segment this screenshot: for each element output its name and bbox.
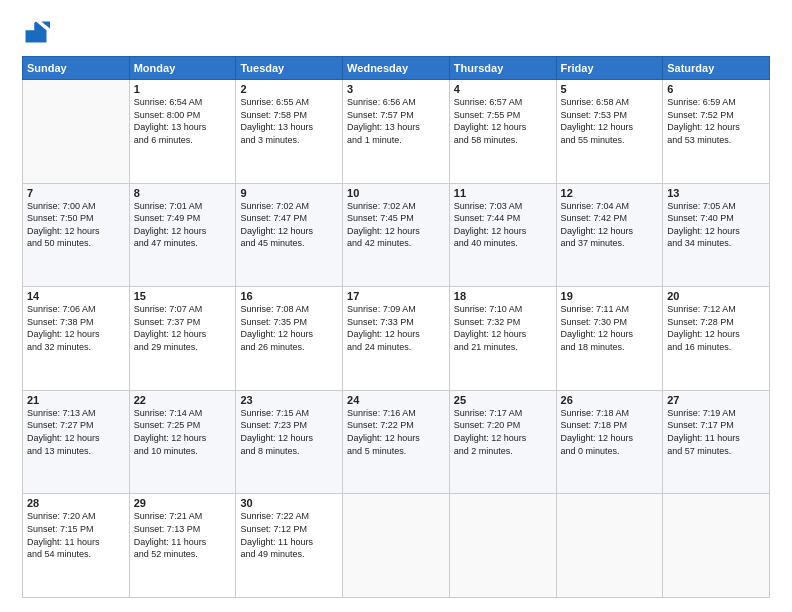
calendar-week-row: 7Sunrise: 7:00 AM Sunset: 7:50 PM Daylig… — [23, 183, 770, 287]
day-number: 1 — [134, 83, 232, 95]
logo — [22, 18, 54, 46]
calendar-day-15: 15Sunrise: 7:07 AM Sunset: 7:37 PM Dayli… — [129, 287, 236, 391]
svg-rect-2 — [22, 18, 34, 30]
day-info: Sunrise: 7:14 AM Sunset: 7:25 PM Dayligh… — [134, 407, 232, 457]
calendar-header-row: SundayMondayTuesdayWednesdayThursdayFrid… — [23, 57, 770, 80]
calendar-table: SundayMondayTuesdayWednesdayThursdayFrid… — [22, 56, 770, 598]
calendar-day-6: 6Sunrise: 6:59 AM Sunset: 7:52 PM Daylig… — [663, 80, 770, 184]
day-number: 8 — [134, 187, 232, 199]
calendar-day-3: 3Sunrise: 6:56 AM Sunset: 7:57 PM Daylig… — [343, 80, 450, 184]
day-number: 20 — [667, 290, 765, 302]
day-number: 19 — [561, 290, 659, 302]
header — [22, 18, 770, 46]
day-info: Sunrise: 7:00 AM Sunset: 7:50 PM Dayligh… — [27, 200, 125, 250]
weekday-header-thursday: Thursday — [449, 57, 556, 80]
calendar-week-row: 21Sunrise: 7:13 AM Sunset: 7:27 PM Dayli… — [23, 390, 770, 494]
day-number: 23 — [240, 394, 338, 406]
day-number: 22 — [134, 394, 232, 406]
day-info: Sunrise: 7:06 AM Sunset: 7:38 PM Dayligh… — [27, 303, 125, 353]
day-number: 6 — [667, 83, 765, 95]
calendar-day-18: 18Sunrise: 7:10 AM Sunset: 7:32 PM Dayli… — [449, 287, 556, 391]
calendar-day-2: 2Sunrise: 6:55 AM Sunset: 7:58 PM Daylig… — [236, 80, 343, 184]
weekday-header-saturday: Saturday — [663, 57, 770, 80]
day-info: Sunrise: 6:54 AM Sunset: 8:00 PM Dayligh… — [134, 96, 232, 146]
day-number: 9 — [240, 187, 338, 199]
calendar-day-8: 8Sunrise: 7:01 AM Sunset: 7:49 PM Daylig… — [129, 183, 236, 287]
day-number: 27 — [667, 394, 765, 406]
calendar-day-14: 14Sunrise: 7:06 AM Sunset: 7:38 PM Dayli… — [23, 287, 130, 391]
day-info: Sunrise: 7:10 AM Sunset: 7:32 PM Dayligh… — [454, 303, 552, 353]
day-info: Sunrise: 7:13 AM Sunset: 7:27 PM Dayligh… — [27, 407, 125, 457]
calendar-empty-cell — [23, 80, 130, 184]
day-number: 4 — [454, 83, 552, 95]
calendar-day-16: 16Sunrise: 7:08 AM Sunset: 7:35 PM Dayli… — [236, 287, 343, 391]
day-number: 12 — [561, 187, 659, 199]
logo-icon — [22, 18, 50, 46]
day-number: 28 — [27, 497, 125, 509]
calendar-empty-cell — [343, 494, 450, 598]
day-number: 18 — [454, 290, 552, 302]
calendar-day-24: 24Sunrise: 7:16 AM Sunset: 7:22 PM Dayli… — [343, 390, 450, 494]
calendar-page: SundayMondayTuesdayWednesdayThursdayFrid… — [0, 0, 792, 612]
day-info: Sunrise: 7:08 AM Sunset: 7:35 PM Dayligh… — [240, 303, 338, 353]
calendar-day-11: 11Sunrise: 7:03 AM Sunset: 7:44 PM Dayli… — [449, 183, 556, 287]
calendar-day-13: 13Sunrise: 7:05 AM Sunset: 7:40 PM Dayli… — [663, 183, 770, 287]
day-number: 7 — [27, 187, 125, 199]
day-info: Sunrise: 6:59 AM Sunset: 7:52 PM Dayligh… — [667, 96, 765, 146]
day-number: 16 — [240, 290, 338, 302]
calendar-day-12: 12Sunrise: 7:04 AM Sunset: 7:42 PM Dayli… — [556, 183, 663, 287]
day-number: 29 — [134, 497, 232, 509]
day-number: 21 — [27, 394, 125, 406]
day-info: Sunrise: 7:02 AM Sunset: 7:47 PM Dayligh… — [240, 200, 338, 250]
calendar-day-29: 29Sunrise: 7:21 AM Sunset: 7:13 PM Dayli… — [129, 494, 236, 598]
day-number: 5 — [561, 83, 659, 95]
day-number: 30 — [240, 497, 338, 509]
day-info: Sunrise: 7:07 AM Sunset: 7:37 PM Dayligh… — [134, 303, 232, 353]
day-number: 15 — [134, 290, 232, 302]
day-info: Sunrise: 7:17 AM Sunset: 7:20 PM Dayligh… — [454, 407, 552, 457]
day-info: Sunrise: 7:02 AM Sunset: 7:45 PM Dayligh… — [347, 200, 445, 250]
calendar-week-row: 28Sunrise: 7:20 AM Sunset: 7:15 PM Dayli… — [23, 494, 770, 598]
day-info: Sunrise: 7:01 AM Sunset: 7:49 PM Dayligh… — [134, 200, 232, 250]
day-number: 11 — [454, 187, 552, 199]
day-info: Sunrise: 7:09 AM Sunset: 7:33 PM Dayligh… — [347, 303, 445, 353]
calendar-day-10: 10Sunrise: 7:02 AM Sunset: 7:45 PM Dayli… — [343, 183, 450, 287]
day-info: Sunrise: 6:57 AM Sunset: 7:55 PM Dayligh… — [454, 96, 552, 146]
day-info: Sunrise: 7:15 AM Sunset: 7:23 PM Dayligh… — [240, 407, 338, 457]
day-number: 13 — [667, 187, 765, 199]
day-info: Sunrise: 7:20 AM Sunset: 7:15 PM Dayligh… — [27, 510, 125, 560]
calendar-day-4: 4Sunrise: 6:57 AM Sunset: 7:55 PM Daylig… — [449, 80, 556, 184]
day-number: 10 — [347, 187, 445, 199]
calendar-day-17: 17Sunrise: 7:09 AM Sunset: 7:33 PM Dayli… — [343, 287, 450, 391]
weekday-header-monday: Monday — [129, 57, 236, 80]
calendar-day-1: 1Sunrise: 6:54 AM Sunset: 8:00 PM Daylig… — [129, 80, 236, 184]
day-info: Sunrise: 6:56 AM Sunset: 7:57 PM Dayligh… — [347, 96, 445, 146]
day-info: Sunrise: 7:16 AM Sunset: 7:22 PM Dayligh… — [347, 407, 445, 457]
calendar-day-25: 25Sunrise: 7:17 AM Sunset: 7:20 PM Dayli… — [449, 390, 556, 494]
calendar-day-21: 21Sunrise: 7:13 AM Sunset: 7:27 PM Dayli… — [23, 390, 130, 494]
calendar-day-20: 20Sunrise: 7:12 AM Sunset: 7:28 PM Dayli… — [663, 287, 770, 391]
calendar-day-26: 26Sunrise: 7:18 AM Sunset: 7:18 PM Dayli… — [556, 390, 663, 494]
weekday-header-friday: Friday — [556, 57, 663, 80]
day-number: 25 — [454, 394, 552, 406]
calendar-empty-cell — [556, 494, 663, 598]
day-number: 14 — [27, 290, 125, 302]
day-info: Sunrise: 7:21 AM Sunset: 7:13 PM Dayligh… — [134, 510, 232, 560]
weekday-header-sunday: Sunday — [23, 57, 130, 80]
calendar-empty-cell — [449, 494, 556, 598]
day-number: 26 — [561, 394, 659, 406]
day-info: Sunrise: 7:03 AM Sunset: 7:44 PM Dayligh… — [454, 200, 552, 250]
day-number: 2 — [240, 83, 338, 95]
calendar-empty-cell — [663, 494, 770, 598]
calendar-day-9: 9Sunrise: 7:02 AM Sunset: 7:47 PM Daylig… — [236, 183, 343, 287]
weekday-header-wednesday: Wednesday — [343, 57, 450, 80]
calendar-day-19: 19Sunrise: 7:11 AM Sunset: 7:30 PM Dayli… — [556, 287, 663, 391]
day-info: Sunrise: 7:22 AM Sunset: 7:12 PM Dayligh… — [240, 510, 338, 560]
day-info: Sunrise: 7:18 AM Sunset: 7:18 PM Dayligh… — [561, 407, 659, 457]
day-info: Sunrise: 7:19 AM Sunset: 7:17 PM Dayligh… — [667, 407, 765, 457]
day-info: Sunrise: 7:05 AM Sunset: 7:40 PM Dayligh… — [667, 200, 765, 250]
calendar-day-22: 22Sunrise: 7:14 AM Sunset: 7:25 PM Dayli… — [129, 390, 236, 494]
calendar-day-23: 23Sunrise: 7:15 AM Sunset: 7:23 PM Dayli… — [236, 390, 343, 494]
day-info: Sunrise: 7:12 AM Sunset: 7:28 PM Dayligh… — [667, 303, 765, 353]
day-info: Sunrise: 6:55 AM Sunset: 7:58 PM Dayligh… — [240, 96, 338, 146]
